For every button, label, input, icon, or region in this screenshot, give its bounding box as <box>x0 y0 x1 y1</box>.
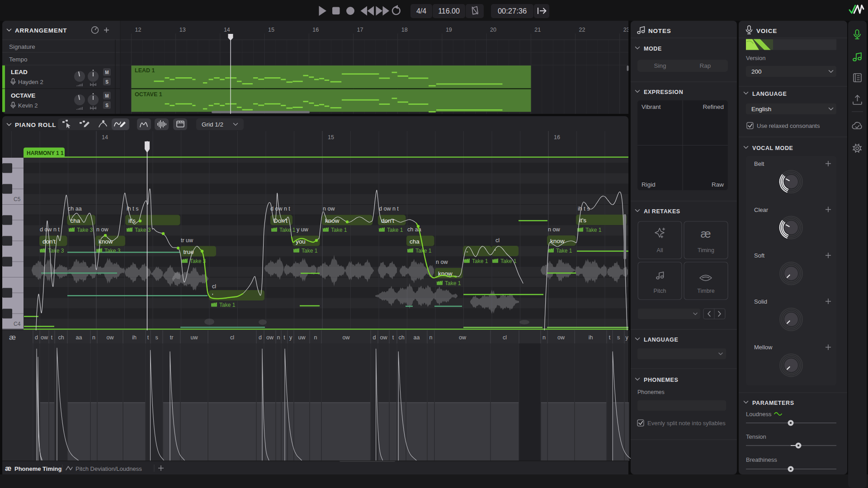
svg-text:d ow n t: d ow n t <box>379 206 399 212</box>
svg-text:All: All <box>657 247 663 253</box>
svg-text:Take 1: Take 1 <box>585 227 602 233</box>
svg-text:Use relaxed consonants: Use relaxed consonants <box>757 122 820 129</box>
svg-text:it's: it's <box>128 217 136 224</box>
svg-text:18: 18 <box>401 27 408 33</box>
svg-text:S: S <box>105 80 108 84</box>
svg-text:n: n <box>429 334 433 341</box>
svg-text:Refined: Refined <box>703 103 724 110</box>
svg-text:Grid 1/2: Grid 1/2 <box>202 121 223 128</box>
svg-text:d ow n t: d ow n t <box>270 206 290 212</box>
svg-text:English: English <box>751 106 771 113</box>
svg-text:S: S <box>105 103 108 108</box>
svg-text:VOCAL MODE: VOCAL MODE <box>752 145 793 151</box>
svg-text:Take 1: Take 1 <box>331 227 347 233</box>
svg-text:ch: ch <box>58 334 64 341</box>
svg-text:d ow n t: d ow n t <box>40 226 60 233</box>
svg-text:know: know <box>550 238 565 244</box>
svg-text:n: n <box>542 334 546 341</box>
svg-text:M: M <box>105 70 108 75</box>
svg-text:OCTAVE 1: OCTAVE 1 <box>135 91 162 98</box>
svg-text:Tempo: Tempo <box>9 56 28 63</box>
svg-text:Rap: Rap <box>700 62 711 69</box>
svg-text:d: d <box>35 334 38 341</box>
svg-text:æ: æ <box>9 333 16 342</box>
svg-text:Take 3: Take 3 <box>135 227 151 233</box>
svg-text:ow: ow <box>459 334 467 341</box>
svg-text:Breathiness: Breathiness <box>746 456 777 463</box>
svg-text:21: 21 <box>534 27 541 33</box>
svg-text:MODE: MODE <box>644 46 662 52</box>
svg-text:C4: C4 <box>14 321 21 327</box>
svg-text:s: s <box>155 334 158 341</box>
svg-text:aa: aa <box>76 334 82 341</box>
svg-text:PARAMETERS: PARAMETERS <box>752 400 794 406</box>
svg-text:116.00: 116.00 <box>438 7 460 15</box>
svg-text:C5: C5 <box>14 196 21 202</box>
svg-text:13: 13 <box>179 27 186 33</box>
svg-text:Signature: Signature <box>9 43 35 50</box>
svg-text:æ: æ <box>700 227 711 240</box>
svg-text:Take 1: Take 1 <box>387 227 403 233</box>
svg-text:ch aa: ch aa <box>68 206 82 212</box>
svg-text:Kevin 2: Kevin 2 <box>18 102 38 109</box>
svg-text:n ow: n ow <box>548 226 560 233</box>
svg-text:cl: cl <box>495 237 500 244</box>
svg-text:Take 1: Take 1 <box>279 227 296 233</box>
svg-text:tr uw: tr uw <box>181 237 193 244</box>
svg-text:t: t <box>283 334 285 341</box>
svg-text:Loudness: Loudness <box>746 411 772 418</box>
svg-text:Take 3: Take 3 <box>104 248 121 254</box>
svg-text:n: n <box>314 334 317 341</box>
svg-text:17: 17 <box>357 27 363 33</box>
svg-text:00:27:36: 00:27:36 <box>498 7 527 15</box>
svg-text:Version: Version <box>746 55 765 61</box>
svg-text:LEAD 1: LEAD 1 <box>135 67 155 74</box>
svg-text:don't: don't <box>381 217 394 224</box>
svg-text:n: n <box>277 334 280 341</box>
svg-text:Hayden 2: Hayden 2 <box>18 79 43 85</box>
svg-text:ih: ih <box>132 334 137 341</box>
svg-text:s: s <box>617 334 620 341</box>
svg-text:ow: ow <box>557 334 565 341</box>
svg-text:n ow: n ow <box>323 206 335 212</box>
svg-text:Phoneme Timing: Phoneme Timing <box>14 465 62 472</box>
svg-text:æ: æ <box>5 465 11 472</box>
svg-text:Take 1: Take 1 <box>556 248 572 254</box>
svg-text:cl: cl <box>230 334 234 341</box>
svg-text:NOTES: NOTES <box>648 28 671 34</box>
svg-text:Take 1: Take 1 <box>472 258 488 264</box>
svg-text:uw: uw <box>191 334 198 341</box>
svg-text:12: 12 <box>135 27 142 33</box>
svg-text:Phonemes: Phonemes <box>637 389 665 395</box>
svg-text:t: t <box>147 334 149 341</box>
svg-text:t: t <box>51 334 53 341</box>
svg-text:EXPRESSION: EXPRESSION <box>644 89 683 95</box>
svg-text:20: 20 <box>490 27 496 33</box>
svg-text:it's: it's <box>579 217 586 224</box>
svg-text:4/4: 4/4 <box>416 7 426 15</box>
svg-text:ow: ow <box>107 334 114 341</box>
svg-text:19: 19 <box>446 27 452 33</box>
svg-text:VOICE: VOICE <box>756 28 777 34</box>
svg-text:LANGUAGE: LANGUAGE <box>644 337 678 343</box>
svg-text:y uw: y uw <box>297 226 309 233</box>
svg-text:y: y <box>625 334 628 341</box>
svg-text:Rigid: Rigid <box>642 181 656 188</box>
svg-text:d: d <box>373 334 376 341</box>
svg-text:Mellow: Mellow <box>754 344 773 351</box>
svg-text:true: true <box>184 249 194 255</box>
svg-text:n: n <box>92 334 95 341</box>
svg-text:n ow: n ow <box>96 226 108 233</box>
svg-text:ch: ch <box>398 334 404 341</box>
svg-text:ow: ow <box>266 334 274 341</box>
svg-text:cl: cl <box>503 334 507 341</box>
svg-text:Tension: Tension <box>746 433 766 440</box>
svg-text:Timbre: Timbre <box>697 288 714 294</box>
svg-text:Timing: Timing <box>698 247 714 253</box>
svg-text:ow: ow <box>41 334 48 341</box>
svg-text:Take 1: Take 1 <box>302 248 318 254</box>
svg-text:aa: aa <box>414 334 420 341</box>
svg-text:Belt: Belt <box>754 160 764 167</box>
svg-text:Soft: Soft <box>754 252 765 259</box>
svg-text:d: d <box>259 334 262 341</box>
